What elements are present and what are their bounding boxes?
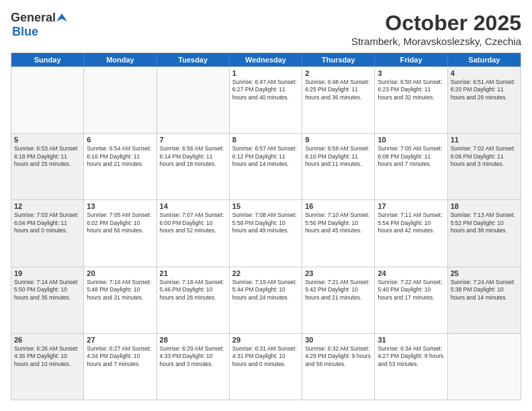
- calendar-cell: 27Sunrise: 6:27 AM Sunset: 4:34 PM Dayli…: [84, 334, 157, 400]
- cell-text: Sunrise: 6:54 AM Sunset: 6:16 PM Dayligh…: [87, 145, 153, 168]
- calendar-row-2: 5Sunrise: 6:53 AM Sunset: 6:18 PM Daylig…: [11, 133, 521, 199]
- logo-general: General: [11, 11, 56, 25]
- day-number: 19: [14, 269, 81, 277]
- logo: General Blue: [11, 11, 68, 39]
- calendar-cell: 11Sunrise: 7:02 AM Sunset: 6:06 PM Dayli…: [448, 134, 521, 199]
- calendar-cell: 10Sunrise: 7:00 AM Sunset: 6:08 PM Dayli…: [375, 134, 447, 199]
- header-day-tuesday: Tuesday: [157, 53, 230, 66]
- day-number: 5: [14, 136, 81, 144]
- day-number: 29: [232, 336, 299, 344]
- calendar-cell: [157, 67, 230, 133]
- day-number: 9: [305, 136, 371, 144]
- cell-text: Sunrise: 6:47 AM Sunset: 6:27 PM Dayligh…: [232, 79, 299, 101]
- cell-text: Sunrise: 7:21 AM Sunset: 5:42 PM Dayligh…: [305, 279, 371, 302]
- header-day-wednesday: Wednesday: [230, 53, 302, 66]
- calendar-cell: [84, 67, 157, 133]
- calendar-cell: 17Sunrise: 7:11 AM Sunset: 5:54 PM Dayli…: [375, 200, 447, 266]
- calendar-body: 1Sunrise: 6:47 AM Sunset: 6:27 PM Daylig…: [11, 66, 521, 400]
- calendar-cell: 31Sunrise: 6:34 AM Sunset: 4:27 PM Dayli…: [375, 334, 447, 400]
- location: Stramberk, Moravskoslezsky, Czechia: [351, 36, 521, 47]
- calendar-cell: 6Sunrise: 6:54 AM Sunset: 6:16 PM Daylig…: [84, 134, 157, 199]
- cell-text: Sunrise: 6:27 AM Sunset: 4:34 PM Dayligh…: [87, 345, 153, 368]
- day-number: 7: [160, 136, 226, 144]
- cell-text: Sunrise: 7:18 AM Sunset: 5:46 PM Dayligh…: [160, 279, 226, 302]
- day-number: 10: [378, 136, 444, 144]
- cell-text: Sunrise: 7:08 AM Sunset: 5:58 PM Dayligh…: [232, 212, 299, 234]
- calendar-row-4: 19Sunrise: 7:14 AM Sunset: 5:50 PM Dayli…: [11, 267, 521, 333]
- cell-text: Sunrise: 6:34 AM Sunset: 4:27 PM Dayligh…: [378, 345, 444, 368]
- cell-text: Sunrise: 7:16 AM Sunset: 5:48 PM Dayligh…: [87, 279, 153, 302]
- calendar-cell: 7Sunrise: 6:56 AM Sunset: 6:14 PM Daylig…: [157, 134, 230, 199]
- calendar-cell: 25Sunrise: 7:24 AM Sunset: 5:38 PM Dayli…: [448, 267, 521, 333]
- day-number: 22: [232, 269, 299, 277]
- cell-text: Sunrise: 6:56 AM Sunset: 6:14 PM Dayligh…: [160, 145, 226, 168]
- day-number: 8: [232, 136, 299, 144]
- cell-text: Sunrise: 7:22 AM Sunset: 5:40 PM Dayligh…: [378, 279, 444, 302]
- cell-text: Sunrise: 7:05 AM Sunset: 6:02 PM Dayligh…: [87, 212, 153, 234]
- header-day-monday: Monday: [84, 53, 157, 66]
- calendar-cell: 12Sunrise: 7:03 AM Sunset: 6:04 PM Dayli…: [11, 200, 84, 266]
- cell-text: Sunrise: 6:48 AM Sunset: 6:25 PM Dayligh…: [305, 79, 371, 101]
- day-number: 17: [378, 202, 444, 210]
- day-number: 1: [232, 69, 299, 77]
- cell-text: Sunrise: 7:03 AM Sunset: 6:04 PM Dayligh…: [14, 212, 81, 234]
- cell-text: Sunrise: 7:00 AM Sunset: 6:08 PM Dayligh…: [378, 145, 444, 168]
- calendar-cell: 24Sunrise: 7:22 AM Sunset: 5:40 PM Dayli…: [375, 267, 447, 333]
- day-number: 16: [305, 202, 371, 210]
- day-number: 12: [14, 202, 81, 210]
- calendar-cell: 15Sunrise: 7:08 AM Sunset: 5:58 PM Dayli…: [230, 200, 302, 266]
- calendar-cell: 23Sunrise: 7:21 AM Sunset: 5:42 PM Dayli…: [302, 267, 375, 333]
- cell-text: Sunrise: 6:26 AM Sunset: 4:36 PM Dayligh…: [14, 345, 81, 368]
- calendar-cell: 22Sunrise: 7:19 AM Sunset: 5:44 PM Dayli…: [230, 267, 302, 333]
- calendar-cell: [11, 67, 84, 133]
- day-number: 24: [378, 269, 444, 277]
- calendar-cell: 26Sunrise: 6:26 AM Sunset: 4:36 PM Dayli…: [11, 334, 84, 400]
- calendar-cell: 28Sunrise: 6:29 AM Sunset: 4:33 PM Dayli…: [157, 334, 230, 400]
- cell-text: Sunrise: 7:24 AM Sunset: 5:38 PM Dayligh…: [451, 279, 518, 302]
- day-number: 21: [160, 269, 226, 277]
- cell-text: Sunrise: 6:51 AM Sunset: 6:20 PM Dayligh…: [451, 79, 518, 101]
- day-number: 11: [451, 136, 518, 144]
- cell-text: Sunrise: 7:02 AM Sunset: 6:06 PM Dayligh…: [451, 145, 518, 168]
- svg-marker-0: [56, 13, 67, 21]
- day-number: 23: [305, 269, 371, 277]
- header-day-saturday: Saturday: [448, 53, 521, 66]
- header-day-sunday: Sunday: [11, 53, 84, 66]
- day-number: 30: [305, 336, 371, 344]
- month-title: October 2025: [351, 11, 521, 36]
- calendar: SundayMondayTuesdayWednesdayThursdayFrid…: [11, 52, 521, 400]
- calendar-cell: 1Sunrise: 6:47 AM Sunset: 6:27 PM Daylig…: [230, 67, 302, 133]
- calendar-cell: 14Sunrise: 7:07 AM Sunset: 6:00 PM Dayli…: [157, 200, 230, 266]
- cell-text: Sunrise: 6:53 AM Sunset: 6:18 PM Dayligh…: [14, 145, 81, 168]
- cell-text: Sunrise: 6:59 AM Sunset: 6:10 PM Dayligh…: [305, 145, 371, 168]
- page: General Blue October 2025 Stramberk, Mor…: [0, 0, 532, 411]
- day-number: 25: [451, 269, 518, 277]
- calendar-cell: 30Sunrise: 6:32 AM Sunset: 4:29 PM Dayli…: [302, 334, 375, 400]
- header-day-friday: Friday: [375, 53, 447, 66]
- cell-text: Sunrise: 6:29 AM Sunset: 4:33 PM Dayligh…: [160, 345, 226, 368]
- calendar-cell: 4Sunrise: 6:51 AM Sunset: 6:20 PM Daylig…: [448, 67, 521, 133]
- header-day-thursday: Thursday: [302, 53, 375, 66]
- calendar-cell: [448, 334, 521, 400]
- calendar-cell: 2Sunrise: 6:48 AM Sunset: 6:25 PM Daylig…: [302, 67, 375, 133]
- calendar-cell: 8Sunrise: 6:57 AM Sunset: 6:12 PM Daylig…: [230, 134, 302, 199]
- title-block: October 2025 Stramberk, Moravskoslezsky,…: [351, 11, 521, 47]
- calendar-cell: 21Sunrise: 7:18 AM Sunset: 5:46 PM Dayli…: [157, 267, 230, 333]
- calendar-cell: 29Sunrise: 6:31 AM Sunset: 4:31 PM Dayli…: [230, 334, 302, 400]
- calendar-cell: 16Sunrise: 7:10 AM Sunset: 5:56 PM Dayli…: [302, 200, 375, 266]
- day-number: 4: [451, 69, 518, 77]
- calendar-cell: 19Sunrise: 7:14 AM Sunset: 5:50 PM Dayli…: [11, 267, 84, 333]
- calendar-cell: 20Sunrise: 7:16 AM Sunset: 5:48 PM Dayli…: [84, 267, 157, 333]
- cell-text: Sunrise: 6:31 AM Sunset: 4:31 PM Dayligh…: [232, 345, 299, 368]
- day-number: 14: [160, 202, 226, 210]
- cell-text: Sunrise: 7:19 AM Sunset: 5:44 PM Dayligh…: [232, 279, 299, 302]
- cell-text: Sunrise: 6:50 AM Sunset: 6:23 PM Dayligh…: [378, 79, 444, 101]
- day-number: 26: [14, 336, 81, 344]
- cell-text: Sunrise: 7:11 AM Sunset: 5:54 PM Dayligh…: [378, 212, 444, 234]
- cell-text: Sunrise: 6:32 AM Sunset: 4:29 PM Dayligh…: [305, 345, 371, 368]
- header: General Blue October 2025 Stramberk, Mor…: [11, 11, 521, 47]
- day-number: 15: [232, 202, 299, 210]
- calendar-row-5: 26Sunrise: 6:26 AM Sunset: 4:36 PM Dayli…: [11, 333, 521, 400]
- day-number: 6: [87, 136, 153, 144]
- cell-text: Sunrise: 7:10 AM Sunset: 5:56 PM Dayligh…: [305, 212, 371, 234]
